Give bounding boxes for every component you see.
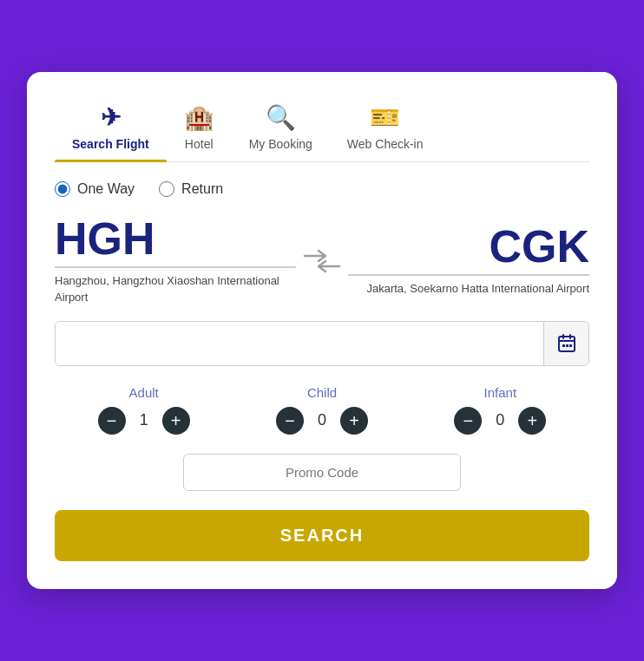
- search-icon: 🔍: [266, 103, 296, 132]
- hotel-icon: 🏨: [184, 103, 214, 132]
- child-label: Child: [307, 385, 337, 400]
- search-button[interactable]: SEARCH: [55, 510, 589, 561]
- child-group: Child − 0 +: [276, 385, 368, 435]
- destination-name: Jakarta, Soekarno Hatta International Ai…: [348, 281, 589, 297]
- tab-hotel-label: Hotel: [185, 137, 214, 151]
- adult-value: 1: [136, 411, 152, 429]
- origin-block: HGH Hangzhou, Hangzhou Xiaoshan Internat…: [55, 216, 296, 304]
- infant-group: Infant − 0 +: [454, 385, 546, 435]
- origin-code[interactable]: HGH: [55, 216, 296, 261]
- svg-rect-2: [566, 344, 568, 347]
- tab-my-booking[interactable]: 🔍 My Booking: [232, 96, 330, 161]
- child-value: 0: [314, 411, 330, 429]
- booking-card: ✈ Search Flight 🏨 Hotel 🔍 My Booking 🎫 W…: [27, 72, 617, 588]
- adult-group: Adult − 1 +: [98, 385, 190, 435]
- child-counter: − 0 +: [276, 407, 368, 435]
- child-increment-button[interactable]: +: [340, 407, 368, 435]
- adult-increment-button[interactable]: +: [162, 407, 190, 435]
- svg-rect-0: [559, 337, 575, 351]
- flight-icon: ✈: [101, 103, 121, 132]
- trip-type-selector: One Way Return: [55, 181, 589, 197]
- return-option[interactable]: Return: [159, 181, 223, 197]
- infant-counter: − 0 +: [454, 407, 546, 435]
- tab-search-flight-label: Search Flight: [72, 137, 149, 151]
- infant-decrement-button[interactable]: −: [454, 407, 482, 435]
- one-way-option[interactable]: One Way: [55, 181, 135, 197]
- date-input[interactable]: [56, 322, 543, 365]
- return-label: Return: [181, 181, 223, 197]
- svg-rect-1: [562, 344, 565, 347]
- airports-row: HGH Hangzhou, Hangzhou Xiaoshan Internat…: [55, 216, 589, 304]
- promo-row: [55, 454, 589, 491]
- swap-button[interactable]: [296, 245, 348, 277]
- promo-input[interactable]: [183, 454, 461, 491]
- calendar-button[interactable]: [543, 322, 588, 365]
- infant-value: 0: [492, 411, 508, 429]
- adult-counter: − 1 +: [98, 407, 190, 435]
- tab-hotel[interactable]: 🏨 Hotel: [167, 96, 232, 161]
- one-way-radio[interactable]: [55, 181, 70, 197]
- origin-name: Hangzhou, Hangzhou Xiaoshan Internationa…: [55, 273, 296, 304]
- destination-code[interactable]: CGK: [348, 224, 589, 269]
- tab-search-flight[interactable]: ✈ Search Flight: [55, 96, 167, 161]
- child-decrement-button[interactable]: −: [276, 407, 304, 435]
- date-picker-row: [55, 321, 589, 366]
- svg-rect-3: [569, 344, 572, 347]
- destination-block: CGK Jakarta, Soekarno Hatta Internationa…: [348, 224, 589, 297]
- return-radio[interactable]: [159, 181, 174, 197]
- infant-increment-button[interactable]: +: [518, 407, 546, 435]
- one-way-label: One Way: [77, 181, 135, 197]
- infant-label: Infant: [484, 385, 517, 400]
- adult-label: Adult: [129, 385, 159, 400]
- nav-tabs: ✈ Search Flight 🏨 Hotel 🔍 My Booking 🎫 W…: [55, 96, 589, 162]
- tab-web-checkin[interactable]: 🎫 Web Check-in: [330, 96, 441, 161]
- checkin-icon: 🎫: [370, 103, 400, 132]
- adult-decrement-button[interactable]: −: [98, 407, 126, 435]
- tab-my-booking-label: My Booking: [249, 137, 312, 151]
- passengers-row: Adult − 1 + Child − 0 + Infant − 0 +: [55, 385, 589, 435]
- tab-web-checkin-label: Web Check-in: [347, 137, 424, 151]
